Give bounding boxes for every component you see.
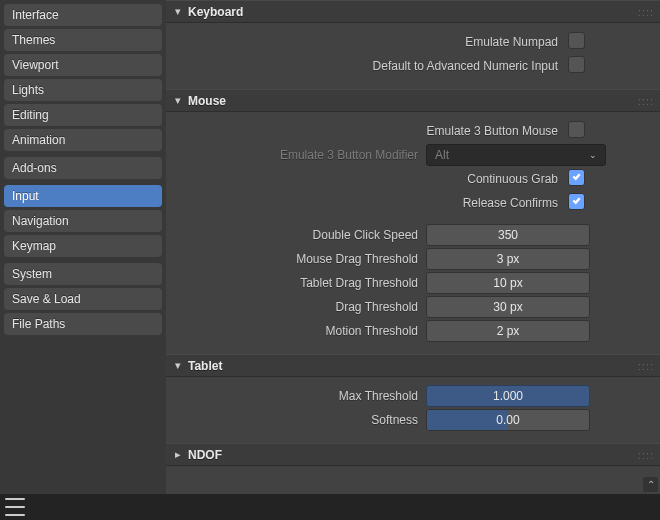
panel-title: NDOF [188,448,222,462]
drag-grip-icon: :::: [638,360,654,372]
panel-tablet: ▾ Tablet :::: Max Threshold 1.000 Softne… [166,354,660,443]
chevron-down-icon: ⌄ [589,145,597,165]
emulate-3btn-toggle[interactable] [568,121,585,138]
sidebar-item-addons[interactable]: Add-ons [4,157,162,179]
motion-threshold-label: Motion Threshold [180,324,426,338]
hamburger-menu-icon[interactable] [4,497,26,517]
disclosure-down-icon: ▾ [172,5,184,18]
emulate-numpad-label: Emulate Numpad [180,35,566,49]
drag-threshold-field[interactable]: 30 px [426,296,590,318]
emulate-numpad-toggle[interactable] [568,32,585,49]
disclosure-down-icon: ▾ [172,359,184,372]
preferences-main: ▾ Keyboard :::: Emulate Numpad Default t… [166,0,660,520]
sidebar-item-interface[interactable]: Interface [4,4,162,26]
drag-grip-icon: :::: [638,449,654,461]
advanced-numeric-toggle[interactable] [568,56,585,73]
panel-title: Mouse [188,94,226,108]
emulate-3btn-mod-dropdown[interactable]: Alt ⌄ [426,144,606,166]
tablet-drag-threshold-field[interactable]: 10 px [426,272,590,294]
softness-field[interactable]: 0.00 [426,409,590,431]
release-confirms-label: Release Confirms [180,196,566,210]
drag-grip-icon: :::: [638,95,654,107]
footer-bar [0,494,660,520]
sb-group-1: Interface Themes Viewport Lights Editing… [4,4,162,151]
sb-group-2: Add-ons [4,157,162,179]
panel-tablet-body: Max Threshold 1.000 Softness 0.00 [166,377,660,443]
sidebar-item-system[interactable]: System [4,263,162,285]
panel-mouse-body: Emulate 3 Button Mouse Emulate 3 Button … [166,112,660,354]
emulate-3btn-label: Emulate 3 Button Mouse [180,124,566,138]
dblclick-speed-field[interactable]: 350 [426,224,590,246]
panel-keyboard: ▾ Keyboard :::: Emulate Numpad Default t… [166,0,660,89]
panel-ndof: ▸ NDOF :::: [166,443,660,466]
panel-title: Tablet [188,359,222,373]
panel-tablet-header[interactable]: ▾ Tablet :::: [166,354,660,377]
preferences-sidebar: Interface Themes Viewport Lights Editing… [0,0,166,520]
panel-title: Keyboard [188,5,243,19]
dblclick-speed-label: Double Click Speed [180,228,426,242]
mouse-drag-threshold-label: Mouse Drag Threshold [180,252,426,266]
mouse-drag-threshold-field[interactable]: 3 px [426,248,590,270]
sb-group-3: Input Navigation Keymap [4,185,162,257]
sidebar-item-filepaths[interactable]: File Paths [4,313,162,335]
sb-group-4: System Save & Load File Paths [4,263,162,335]
panel-keyboard-body: Emulate Numpad Default to Advanced Numer… [166,23,660,89]
sidebar-item-themes[interactable]: Themes [4,29,162,51]
disclosure-down-icon: ▾ [172,94,184,107]
sidebar-item-saveload[interactable]: Save & Load [4,288,162,310]
continuous-grab-label: Continuous Grab [180,172,566,186]
max-threshold-field[interactable]: 1.000 [426,385,590,407]
emulate-3btn-mod-label: Emulate 3 Button Modifier [180,148,426,162]
panel-mouse: ▾ Mouse :::: Emulate 3 Button Mouse Emul… [166,89,660,354]
sidebar-item-lights[interactable]: Lights [4,79,162,101]
panel-ndof-header[interactable]: ▸ NDOF :::: [166,443,660,466]
disclosure-right-icon: ▸ [172,448,184,461]
panel-keyboard-header[interactable]: ▾ Keyboard :::: [166,0,660,23]
dropdown-value: Alt [435,145,589,165]
sidebar-item-animation[interactable]: Animation [4,129,162,151]
tablet-drag-threshold-label: Tablet Drag Threshold [180,276,426,290]
max-threshold-label: Max Threshold [180,389,426,403]
sidebar-item-viewport[interactable]: Viewport [4,54,162,76]
panel-mouse-header[interactable]: ▾ Mouse :::: [166,89,660,112]
sidebar-item-keymap[interactable]: Keymap [4,235,162,257]
scroll-up-button[interactable]: ⌃ [643,477,658,492]
release-confirms-toggle[interactable] [568,193,585,210]
continuous-grab-toggle[interactable] [568,169,585,186]
drag-threshold-label: Drag Threshold [180,300,426,314]
advanced-numeric-label: Default to Advanced Numeric Input [180,59,566,73]
softness-label: Softness [180,413,426,427]
sidebar-item-input[interactable]: Input [4,185,162,207]
motion-threshold-field[interactable]: 2 px [426,320,590,342]
sidebar-item-navigation[interactable]: Navigation [4,210,162,232]
sidebar-item-editing[interactable]: Editing [4,104,162,126]
drag-grip-icon: :::: [638,6,654,18]
